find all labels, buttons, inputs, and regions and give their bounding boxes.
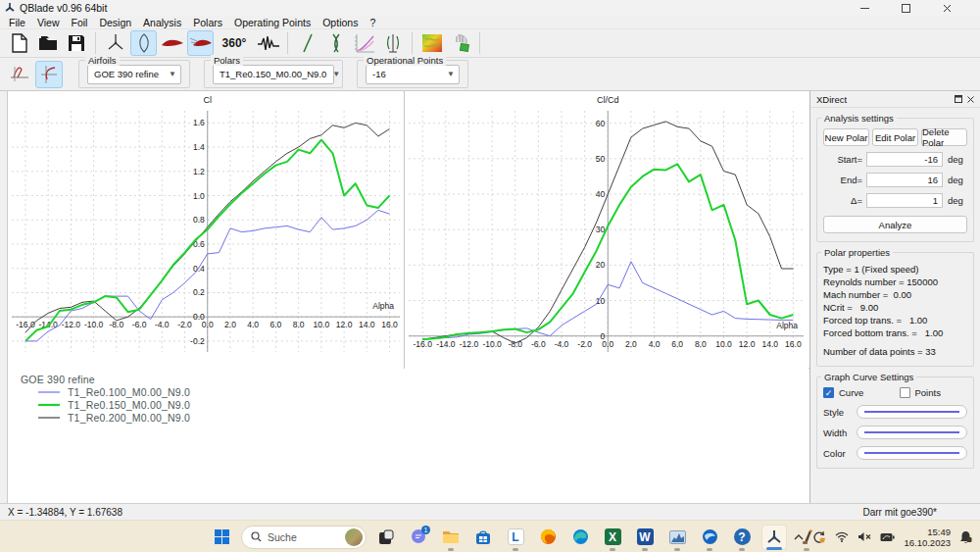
store-button[interactable] <box>470 525 496 550</box>
excel-button[interactable]: X <box>600 525 625 550</box>
menu-polars[interactable]: Polars <box>187 17 228 28</box>
menu-help[interactable]: ? <box>364 17 381 28</box>
svg-text:-6.0: -6.0 <box>132 320 147 329</box>
start-button[interactable] <box>209 525 234 550</box>
start-label: Start= <box>823 154 862 165</box>
edge-button[interactable] <box>567 525 593 550</box>
menu-file[interactable]: File <box>3 17 31 28</box>
restore-button[interactable] <box>900 2 911 14</box>
save-project-button[interactable] <box>63 30 89 56</box>
firefox-button[interactable] <box>535 525 561 550</box>
chat-button[interactable]: 1 <box>406 525 431 550</box>
svg-text:-10.0: -10.0 <box>482 339 502 349</box>
legend-item: T1_Re0.100_M0.00_N9.0 <box>38 385 809 398</box>
file-explorer-button[interactable] <box>438 525 464 550</box>
menu-view[interactable]: View <box>31 17 66 28</box>
start-unit: deg <box>948 154 967 165</box>
minimize-button[interactable] <box>858 2 870 14</box>
l-app-button[interactable]: L <box>503 525 528 550</box>
running-indicator <box>674 548 680 551</box>
edit-polar-button[interactable]: Edit Polar <box>872 128 918 146</box>
notification-bell-icon[interactable] <box>959 530 972 544</box>
volume-muted-icon[interactable] <box>858 531 871 542</box>
tray-expand-chevron[interactable] <box>794 534 804 540</box>
width-selector[interactable] <box>857 426 967 439</box>
polar-360-button[interactable]: 360° <box>216 30 253 56</box>
search-daily-image[interactable] <box>345 528 363 546</box>
blade-design-button[interactable] <box>294 30 320 56</box>
pressure-view-button[interactable] <box>6 61 33 88</box>
interactive-tool-button[interactable] <box>447 30 473 56</box>
new-polar-button[interactable]: New Polar <box>823 128 869 146</box>
points-checkbox-label: Points <box>915 387 941 398</box>
word-button[interactable]: W <box>632 525 658 550</box>
svg-text:-8.0: -8.0 <box>110 320 124 329</box>
points-checkbox[interactable] <box>900 387 910 398</box>
chevron-down-icon: ▼ <box>169 70 176 78</box>
rotor-design-button[interactable] <box>102 30 128 56</box>
polar-select[interactable]: T1_Re0.150_M0.00_N9.0 ▼ <box>213 65 334 84</box>
dock-handle[interactable] <box>0 91 8 503</box>
menu-analysis[interactable]: Analysis <box>137 17 187 28</box>
qblade-taskbar-button[interactable] <box>761 525 787 550</box>
foil-toolbar: Airfoils GOE 390 refine ▼ Polars T1_Re0.… <box>0 58 980 91</box>
svg-text:0.2: 0.2 <box>193 287 205 297</box>
clcd-alpha-chart[interactable]: -16.0-14.0-12.0-10.0-8.0-6.0-4.0-2.00.02… <box>405 91 808 368</box>
folder-icon <box>442 529 460 544</box>
task-view-button[interactable] <box>373 525 399 550</box>
cursor-coordinates: X = -1.34884, Y = 1.67638 <box>0 507 122 518</box>
monitor-app-button[interactable] <box>664 525 690 550</box>
svg-text:0: 0 <box>601 331 606 341</box>
project-name-status: Darr mit goe390* <box>862 507 937 518</box>
open-project-button[interactable] <box>34 30 61 56</box>
menu-design[interactable]: Design <box>93 17 137 28</box>
float-panel-icon[interactable] <box>953 93 964 105</box>
menu-operating-points[interactable]: Operating Points <box>228 17 317 28</box>
xdirect-header[interactable]: XDirect <box>810 91 980 108</box>
delta-input[interactable]: 1 <box>866 193 943 208</box>
cl-alpha-chart[interactable]: -16.0-14.0-12.0-10.0-8.0-6.0-4.0-2.00.02… <box>8 91 404 368</box>
wifi-icon[interactable] <box>835 531 849 542</box>
operational-points-group: Operational Points -16 ▼ <box>357 60 468 88</box>
color-sample-line <box>864 452 959 454</box>
airfoil-design-button[interactable] <box>130 30 157 56</box>
color-selector[interactable] <box>857 446 967 460</box>
simulation-plot-button[interactable] <box>351 30 377 56</box>
vawt-design-button[interactable] <box>379 30 406 56</box>
airfoil-select[interactable]: GOE 390 refine ▼ <box>87 65 181 84</box>
taskbar-search[interactable]: Suche <box>241 526 367 549</box>
style-selector[interactable] <box>857 405 967 419</box>
svg-text:16.0: 16.0 <box>785 339 802 349</box>
end-input[interactable]: 16 <box>866 173 943 187</box>
rotor-blades-button[interactable] <box>322 30 349 56</box>
svg-text:-4.0: -4.0 <box>155 320 170 329</box>
toolbar-separator <box>479 32 480 54</box>
rotor-icon <box>106 33 125 53</box>
polar-select-value: T1_Re0.150_M0.00_N9.0 <box>220 69 326 79</box>
taskbar-clock[interactable]: 15:49 16.10.2023 <box>904 527 951 548</box>
start-input[interactable]: -16 <box>866 152 943 167</box>
polar-view-button[interactable] <box>35 61 63 88</box>
direct-analysis-button[interactable] <box>187 30 214 56</box>
status-bar: X = -1.34884, Y = 1.67638 Darr mit goe39… <box>0 503 980 520</box>
legend-line-re200 <box>38 416 60 420</box>
battery-icon[interactable] <box>880 532 895 542</box>
thunderbird-button[interactable] <box>697 525 722 550</box>
help-app-button[interactable]: ? <box>729 525 755 550</box>
inverse-design-button[interactable] <box>255 30 281 56</box>
menu-foil[interactable]: Foil <box>66 17 94 28</box>
close-button[interactable] <box>941 2 953 14</box>
menu-options[interactable]: Options <box>317 17 364 28</box>
svg-text:10.0: 10.0 <box>314 320 330 329</box>
operational-point-select[interactable]: -16 ▼ <box>366 65 460 84</box>
new-project-button[interactable] <box>6 30 32 56</box>
foil-analysis-button[interactable] <box>159 30 185 56</box>
cl-alpha-chart-pane: -16.0-14.0-12.0-10.0-8.0-6.0-4.0-2.00.02… <box>8 91 405 369</box>
curve-checkbox[interactable]: ✓ <box>823 387 834 398</box>
analyze-button[interactable]: Analyze <box>823 216 967 233</box>
delete-polar-button[interactable]: Delete Polar <box>921 128 967 146</box>
sync-status-icon[interactable] <box>812 530 826 543</box>
colormap-button[interactable] <box>418 30 445 56</box>
close-panel-icon[interactable] <box>964 93 976 105</box>
airfoil-select-value: GOE 390 refine <box>94 69 159 79</box>
